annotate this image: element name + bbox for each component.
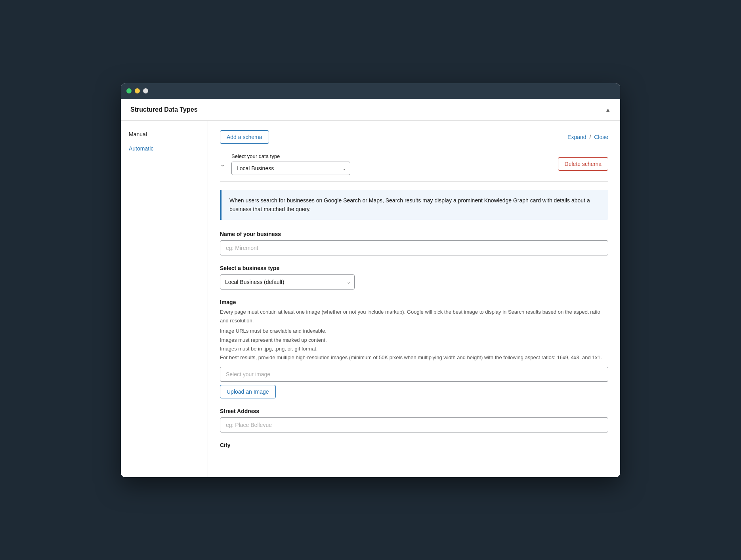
sidebar: Manual Automatic — [121, 121, 208, 477]
link-separator: / — [589, 134, 591, 140]
image-section: Image Every page must contain at least o… — [220, 299, 608, 398]
panel-header: Structured Data Types ▲ — [121, 99, 620, 121]
sidebar-item-manual[interactable]: Manual — [121, 127, 208, 141]
image-desc-line-3: Images must represent the marked up cont… — [220, 336, 608, 345]
expand-link[interactable]: Expand — [567, 134, 586, 140]
panel-title: Structured Data Types — [130, 106, 198, 113]
image-description: Every page must contain at least one ima… — [220, 308, 608, 362]
dot-gray — [143, 88, 148, 93]
street-address-input[interactable] — [220, 417, 608, 432]
image-desc-line-4: Images must be in .jpg, .png, or. gif fo… — [220, 345, 608, 353]
business-name-label: Name of your business — [220, 231, 608, 237]
image-desc-line-1: Every page must contain at least one ima… — [220, 308, 608, 325]
main-content: Add a schema Expand / Close ⌄ Select you… — [208, 121, 620, 477]
city-label: City — [220, 442, 608, 448]
business-type-section: Select a business type Local Business (d… — [220, 265, 608, 290]
data-type-label: Select your data type — [231, 153, 350, 159]
schema-block: ⌄ Select your data type Local Business ⌄… — [220, 153, 608, 448]
toolbar-links: Expand / Close — [567, 134, 608, 140]
data-type-select-wrapper: Local Business ⌄ — [231, 162, 350, 175]
business-name-input[interactable] — [220, 240, 608, 255]
image-desc-line-5: For best results, provide multiple high-… — [220, 353, 608, 362]
sidebar-item-automatic[interactable]: Automatic — [121, 141, 208, 156]
upload-image-button[interactable]: Upload an Image — [220, 385, 276, 398]
image-url-input[interactable] — [220, 367, 608, 382]
info-box-text: When users search for businesses on Goog… — [229, 196, 600, 214]
dot-yellow — [135, 88, 140, 93]
add-schema-button[interactable]: Add a schema — [220, 130, 269, 144]
image-desc-line-2: Image URLs must be crawlable and indexab… — [220, 327, 608, 335]
schema-collapse-arrow[interactable]: ⌄ — [220, 160, 225, 168]
city-section: City — [220, 442, 608, 448]
delete-schema-button[interactable]: Delete schema — [558, 157, 608, 171]
toolbar: Add a schema Expand / Close — [220, 130, 608, 144]
data-type-selector: Select your data type Local Business ⌄ — [231, 153, 350, 175]
dot-green — [126, 88, 132, 93]
titlebar — [121, 83, 620, 99]
data-type-row: ⌄ Select your data type Local Business ⌄… — [220, 153, 608, 182]
street-address-label: Street Address — [220, 408, 608, 414]
street-address-section: Street Address — [220, 408, 608, 432]
business-name-section: Name of your business — [220, 231, 608, 255]
content-wrapper: Manual Automatic Add a schema Expand / C… — [121, 121, 620, 477]
collapse-icon[interactable]: ▲ — [605, 107, 611, 113]
business-type-label: Select a business type — [220, 265, 608, 271]
app-window: Structured Data Types ▲ Manual Automatic… — [121, 83, 620, 477]
close-link[interactable]: Close — [594, 134, 608, 140]
data-type-select[interactable]: Local Business — [231, 162, 350, 175]
business-type-select-wrapper: Local Business (default) Restaurant Stor… — [220, 274, 355, 290]
info-box: When users search for businesses on Goog… — [220, 190, 608, 220]
image-label: Image — [220, 299, 608, 305]
business-type-select[interactable]: Local Business (default) Restaurant Stor… — [220, 274, 355, 290]
